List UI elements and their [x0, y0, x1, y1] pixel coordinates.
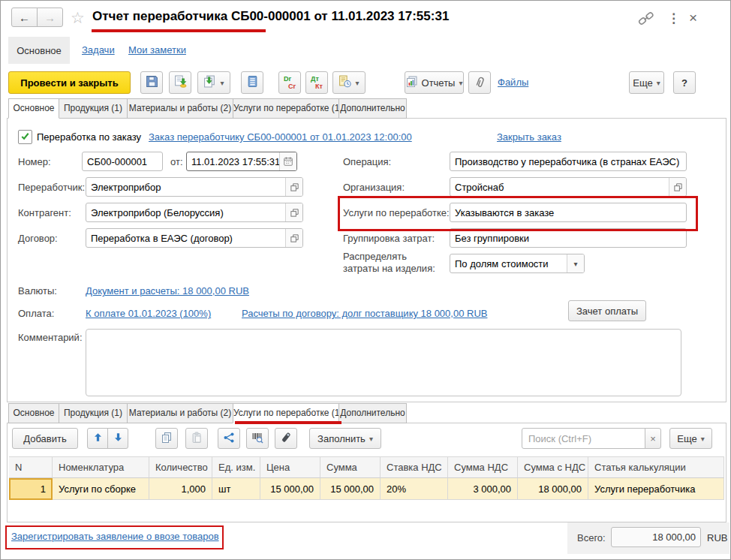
contract-field[interactable]: Переработка в ЕАЭС (договор) — [86, 228, 303, 248]
distribute-costs-select[interactable]: По долям стоимости ▾ — [450, 254, 585, 273]
counterparty-field[interactable]: Электроприбор (Белоруссия) — [86, 203, 303, 222]
close-order-link[interactable]: Закрыть заказ — [497, 131, 561, 143]
reports-icon — [406, 76, 418, 90]
column-header[interactable]: Количество — [149, 456, 212, 478]
processing-services-value: Указываются в заказе — [450, 203, 686, 221]
table-cell[interactable]: Услуги переработчика — [588, 478, 724, 500]
movements-dropdown-button[interactable]: ▾ — [332, 71, 366, 94]
number-field[interactable]: СБ00-000001 — [82, 152, 163, 171]
column-header[interactable]: Сумма НДС — [448, 456, 518, 478]
files-link[interactable]: Файлы — [498, 77, 528, 88]
currencies-link[interactable]: Документ и расчеты: 18 000,00 RUB — [86, 285, 249, 297]
save-button[interactable] — [140, 71, 163, 94]
tab-products[interactable]: Продукция (1) — [59, 403, 128, 423]
close-icon[interactable]: × — [689, 10, 697, 26]
register-records-button[interactable] — [241, 71, 263, 94]
column-header[interactable]: Ед. изм. — [212, 456, 260, 478]
move-up-button[interactable] — [87, 428, 108, 449]
paste-row-button[interactable] — [185, 428, 208, 449]
tab-main[interactable]: Основное — [8, 403, 59, 423]
column-header[interactable]: Сумма — [320, 456, 381, 478]
operation-field[interactable]: Производство у переработчика (в странах … — [450, 152, 687, 171]
main-form-panel: Переработка по заказу Заказ переработчик… — [7, 118, 726, 402]
tab-products[interactable]: Продукция (1) — [59, 98, 128, 119]
table-row[interactable]: 1Услуги по сборке1,000шт15 000,0015 000,… — [9, 478, 724, 500]
tab-materials[interactable]: Материалы и работы (2) — [127, 98, 233, 119]
payment-offset-button[interactable]: Зачет оплаты — [568, 300, 646, 321]
post-button[interactable] — [169, 71, 191, 94]
tab-materials[interactable]: Материалы и работы (2) — [127, 403, 233, 423]
table-cell[interactable]: 1,000 — [149, 478, 212, 500]
get-link-icon[interactable] — [638, 11, 654, 29]
dtkt-button[interactable]: ДтКт — [305, 71, 328, 94]
calendar-icon[interactable] — [279, 152, 296, 170]
tab-additional[interactable]: Дополнительно — [338, 403, 407, 423]
more-button-table[interactable]: Еще▾ — [669, 428, 712, 449]
open-icon[interactable] — [285, 178, 302, 196]
register-import-claim-link[interactable]: Зарегистрировать заявление о ввозе товар… — [11, 531, 219, 542]
order-link[interactable]: Заказ переработчику СБ00-000001 от 01.01… — [149, 131, 412, 143]
copy-row-button[interactable] — [155, 428, 178, 449]
scanner-button[interactable] — [275, 428, 297, 449]
comment-input[interactable] — [86, 329, 681, 396]
tab-services[interactable]: Услуги по переработке (1) — [233, 98, 339, 119]
fill-button[interactable]: Заполнить▾ — [309, 428, 381, 449]
column-header[interactable]: Номенклатура — [53, 456, 149, 478]
help-label: ? — [681, 77, 687, 89]
order-processing-checkbox[interactable] — [18, 130, 32, 144]
help-button[interactable]: ? — [673, 71, 696, 94]
nav-link-tasks[interactable]: Задачи — [82, 44, 115, 56]
table-cell[interactable]: 3 000,00 — [448, 478, 518, 500]
kebab-menu-icon[interactable]: ⋮ — [667, 11, 680, 26]
barcode-search-button[interactable] — [246, 428, 269, 449]
clear-search-button[interactable]: × — [645, 428, 661, 449]
post-dropdown-button[interactable]: ▾ — [197, 71, 230, 94]
dtkt-icon: ДтКт — [311, 75, 323, 90]
table-cell[interactable]: шт — [212, 478, 260, 500]
nav-tab-main[interactable]: Основное — [8, 37, 70, 64]
paste-icon — [191, 432, 203, 446]
table-cell[interactable]: Услуги по сборке — [53, 478, 149, 500]
tab-services[interactable]: Услуги по переработке (1) — [233, 403, 339, 423]
column-header[interactable]: Сумма с НДС — [518, 456, 588, 478]
forward-button[interactable]: → — [37, 8, 63, 27]
open-icon[interactable] — [285, 229, 302, 247]
table-cell[interactable]: 15 000,00 — [260, 478, 320, 500]
chevron-down-icon[interactable]: ▾ — [567, 254, 584, 272]
distribute-button[interactable] — [218, 428, 240, 449]
payment-due-link[interactable]: К оплате 01.01.2023 (100%) — [86, 308, 211, 319]
date-field[interactable]: 11.01.2023 17:55:31 — [186, 152, 297, 171]
favorites-star-icon[interactable]: ☆ — [71, 9, 85, 27]
move-down-button[interactable] — [107, 428, 128, 449]
search-input[interactable] — [522, 428, 645, 449]
processor-field[interactable]: Электроприбор — [86, 177, 303, 197]
open-icon[interactable] — [285, 203, 302, 221]
table-cell[interactable]: 18 000,00 — [518, 478, 588, 500]
column-header[interactable]: Цена — [260, 456, 320, 478]
post-and-close-button[interactable]: Провести и закрыть — [8, 71, 131, 94]
back-button[interactable]: ← — [11, 8, 38, 27]
more-button-top[interactable]: Еще▾ — [629, 71, 664, 94]
save-icon — [146, 75, 158, 90]
table-cell[interactable]: 20% — [381, 478, 448, 500]
table-cell[interactable]: 15 000,00 — [320, 478, 381, 500]
organization-field[interactable]: Стройснаб — [450, 177, 687, 197]
tab-main[interactable]: Основное — [8, 98, 59, 119]
attachments-button[interactable] — [468, 71, 491, 94]
open-icon[interactable] — [669, 178, 686, 196]
add-row-button[interactable]: Добавить — [12, 428, 78, 449]
reports-button[interactable]: Отчеты▾ — [405, 71, 464, 94]
processing-services-field[interactable]: Указываются в заказе — [450, 203, 687, 222]
contract-settlements-link[interactable]: Расчеты по договору: долг поставщику 18 … — [242, 308, 487, 319]
column-header[interactable]: N — [9, 456, 53, 478]
column-header[interactable]: Ставка НДС — [381, 456, 448, 478]
drcr-button[interactable]: DrCr — [278, 71, 301, 94]
column-header[interactable]: Статья калькуляции — [588, 456, 724, 478]
tab-additional[interactable]: Дополнительно — [338, 98, 407, 119]
distribute-costs-label: Распределять затраты на изделия: — [343, 251, 444, 275]
nav-link-notes[interactable]: Мои заметки — [128, 44, 186, 56]
cost-grouping-field[interactable]: Без группировки — [450, 228, 687, 248]
table-cell[interactable]: 1 — [9, 478, 53, 500]
payment-label: Оплата: — [18, 308, 54, 319]
arrow-up-icon — [93, 432, 103, 444]
